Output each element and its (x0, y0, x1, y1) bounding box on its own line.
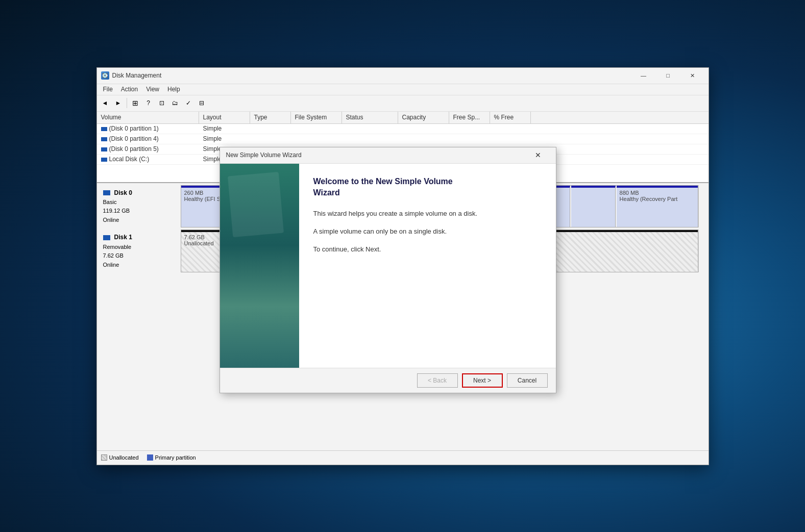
dialog-left-panel (220, 164, 299, 368)
dialog-text-2: A simple volume can only be on a single … (313, 226, 542, 237)
wizard-dialog: New Simple Volume Wizard ✕ Welcome to th… (219, 147, 556, 393)
dialog-heading: Welcome to the New Simple VolumeWizard (313, 176, 542, 199)
dialog-title-bar: New Simple Volume Wizard ✕ (220, 147, 556, 164)
dialog-title: New Simple Volume Wizard (226, 151, 526, 159)
dialog-body: Welcome to the New Simple VolumeWizard T… (220, 164, 556, 368)
dialog-footer: < Back Next > Cancel (220, 368, 556, 393)
dialog-text-1: This wizard helps you create a simple vo… (313, 209, 542, 219)
dialog-overlay: New Simple Volume Wizard ✕ Welcome to th… (97, 68, 709, 465)
dialog-right-panel: Welcome to the New Simple VolumeWizard T… (299, 164, 556, 368)
dialog-text-3: To continue, click Next. (313, 244, 542, 255)
next-button[interactable]: Next > (462, 373, 503, 388)
back-button[interactable]: < Back (417, 373, 458, 388)
main-window: 💽 Disk Management — □ ✕ File Action View… (96, 67, 709, 465)
dialog-close-button[interactable]: ✕ (526, 147, 550, 163)
cancel-button[interactable]: Cancel (507, 373, 548, 388)
